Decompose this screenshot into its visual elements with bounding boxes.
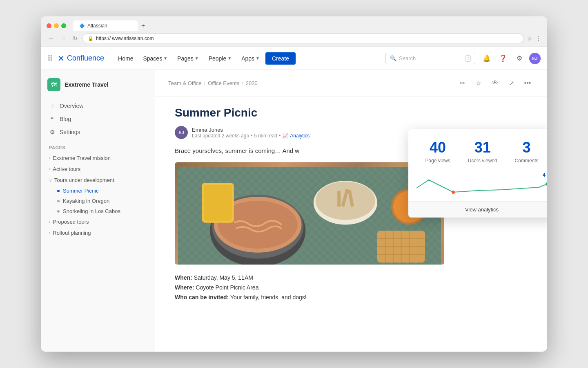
new-tab-button[interactable]: + <box>138 20 148 31</box>
svg-point-26 <box>546 182 547 186</box>
content-image <box>175 162 444 265</box>
author-name: Emma Jones <box>192 127 310 133</box>
sidebar-item-settings[interactable]: ⚙ Settings <box>44 126 151 139</box>
chevron-right-icon: › <box>49 156 50 160</box>
confluence-logo[interactable]: ✕ Confluence <box>58 54 104 63</box>
forward-button[interactable]: → <box>59 34 68 43</box>
stat-comments: 3 Comments <box>515 139 539 164</box>
pages-section-label: Pages <box>41 139 155 153</box>
chart-current-value: 4 <box>543 172 546 178</box>
blog-label: Blog <box>60 116 71 122</box>
search-placeholder: Search <box>399 55 463 61</box>
star-button[interactable]: ☆ <box>472 76 485 90</box>
minimize-button[interactable] <box>54 23 59 28</box>
meta-separator-1: • <box>251 133 252 139</box>
author-avatar: EJ <box>175 126 188 139</box>
comments-number: 3 <box>515 139 539 156</box>
last-updated: Last updated 2 weeks ago <box>192 133 249 139</box>
nav-home[interactable]: Home <box>114 53 137 64</box>
sidebar-item-blog[interactable]: ❝ Blog <box>44 112 151 126</box>
analytics-link-label: Analytics <box>290 133 310 139</box>
user-avatar[interactable]: EJ <box>529 53 541 64</box>
back-button[interactable]: ← <box>47 34 56 43</box>
page-title: Summer Picnic <box>175 106 503 119</box>
nav-apps[interactable]: Apps ▼ <box>237 53 264 64</box>
nav-icons: 🔔 ❓ ⚙ EJ <box>480 52 541 65</box>
watch-button[interactable]: 👁 <box>488 76 501 90</box>
chevron-right-icon: › <box>49 167 50 171</box>
refresh-button[interactable]: ↻ <box>71 34 79 43</box>
analytics-chart: 4 <box>408 168 547 201</box>
people-chevron-icon: ▼ <box>227 56 232 61</box>
home-label: Home <box>118 55 133 62</box>
page-views-label: Page views <box>425 158 450 164</box>
spaces-chevron-icon: ▼ <box>163 56 167 61</box>
analytics-stats: 40 Page views 31 Users viewed 3 Comments <box>408 129 547 168</box>
page-views-number: 40 <box>425 139 450 156</box>
page-label-rollout: Rollout planning <box>53 230 91 236</box>
meta-separator-2: • <box>279 133 281 139</box>
browser-chrome: 🔷 Atlassian + ← → ↻ 🔒 https:// www.atlas… <box>41 16 547 47</box>
share-button[interactable]: ↗ <box>505 76 518 90</box>
address-bar[interactable]: 🔒 https:// www.atlassian.com <box>82 34 524 43</box>
nav-pages[interactable]: Pages ▼ <box>173 53 203 64</box>
chart-icon: 📈 <box>282 133 288 139</box>
when-value: Saturday, May 5, 11AM <box>194 274 253 281</box>
space-header: 🗺 Exxtreme Travel <box>41 78 155 99</box>
search-icon: 🔍 <box>390 55 396 61</box>
users-viewed-label: Users viewed <box>468 158 497 164</box>
settings-button[interactable]: ⚙ <box>513 52 526 65</box>
page-item-proposed[interactable]: › Proposed tours <box>44 216 151 227</box>
view-analytics-button[interactable]: View analytics <box>408 201 547 218</box>
atlassian-favicon: 🔷 <box>79 23 85 29</box>
url-text: https:// www.atlassian.com <box>96 36 154 41</box>
notifications-button[interactable]: 🔔 <box>480 52 493 65</box>
page-item-active-tours[interactable]: › Active tours <box>44 164 151 175</box>
confluence-logo-text: Confluence <box>67 54 104 63</box>
author-initials: EJ <box>178 130 184 135</box>
page-item-mission[interactable]: › Exxtreme Travel mission <box>44 153 151 164</box>
sidebar-item-overview[interactable]: ≡ Overview <box>44 99 151 112</box>
page-item-rollout[interactable]: › Rollout planning <box>44 227 151 238</box>
more-icon[interactable]: ⋮ <box>536 35 541 42</box>
browser-tab[interactable]: 🔷 Atlassian <box>73 20 138 31</box>
spaces-label: Spaces <box>143 55 162 62</box>
main-content: 🗺 Exxtreme Travel ≡ Overview ❝ Blog ⚙ Se… <box>41 70 547 352</box>
breadcrumb: Team & Office / Office Events / 2020 <box>168 80 258 86</box>
child-label-snorkeling: Snorkeling in Los Cabos <box>63 208 120 214</box>
breadcrumb-item-2[interactable]: Office Events <box>208 80 239 86</box>
star-icon[interactable]: ☆ <box>527 35 532 42</box>
page-label-active-tours: Active tours <box>53 166 80 172</box>
apps-label: Apps <box>241 55 254 62</box>
breadcrumb-separator: / <box>242 80 243 86</box>
nav-people[interactable]: People ▼ <box>205 53 236 64</box>
edit-button[interactable]: ✏ <box>456 76 469 90</box>
page-item-tours-dev[interactable]: ∨ Tours under development <box>44 175 151 186</box>
child-item-summer-picnic[interactable]: Summer Picnic <box>52 186 151 196</box>
breadcrumb-separator: / <box>204 80 205 86</box>
lock-icon: 🔒 <box>88 36 94 41</box>
nav-spaces[interactable]: Spaces ▼ <box>139 53 172 64</box>
chevron-right-icon: › <box>49 231 50 235</box>
child-item-kayaking[interactable]: Kayaking in Oregon <box>52 196 151 206</box>
create-button[interactable]: Create <box>265 52 296 65</box>
breadcrumb-item-3[interactable]: 2020 <box>246 80 258 86</box>
close-button[interactable] <box>47 23 51 28</box>
maximize-button[interactable] <box>61 23 66 28</box>
search-bar[interactable]: 🔍 Search / <box>385 53 475 64</box>
bullet-icon <box>57 190 60 192</box>
grid-icon[interactable]: ⠿ <box>47 54 53 63</box>
detail-who: Who can be invited: Your family, friends… <box>175 294 503 301</box>
space-name: Exxtreme Travel <box>65 81 108 88</box>
analytics-link[interactable]: 📈 Analytics <box>282 133 310 139</box>
where-label: Where: <box>175 284 194 291</box>
nav-links: Home Spaces ▼ Pages ▼ People ▼ Apps ▼ Cr… <box>114 52 385 65</box>
child-label-summer-picnic: Summer Picnic <box>63 188 98 194</box>
child-item-snorkeling[interactable]: Snorkeling in Los Cabos <box>52 206 151 216</box>
bullet-icon <box>57 200 60 202</box>
help-button[interactable]: ❓ <box>497 52 510 65</box>
more-actions-button[interactable]: ••• <box>521 76 534 90</box>
search-shortcut: / <box>466 55 471 62</box>
page-details: When: Saturday, May 5, 11AM Where: Coyot… <box>175 274 503 301</box>
breadcrumb-item-1[interactable]: Team & Office <box>168 80 201 86</box>
